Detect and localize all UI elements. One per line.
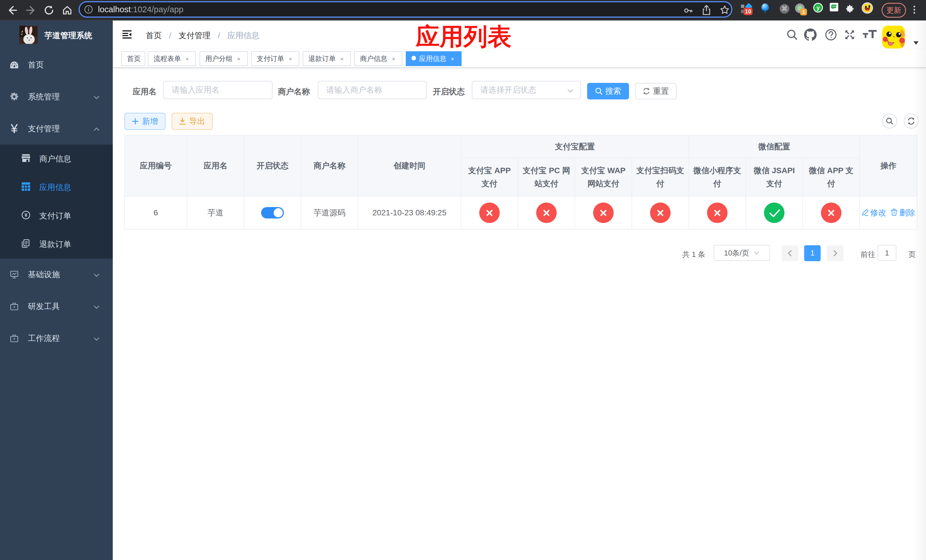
svg-text:¥: ¥ (24, 212, 27, 218)
